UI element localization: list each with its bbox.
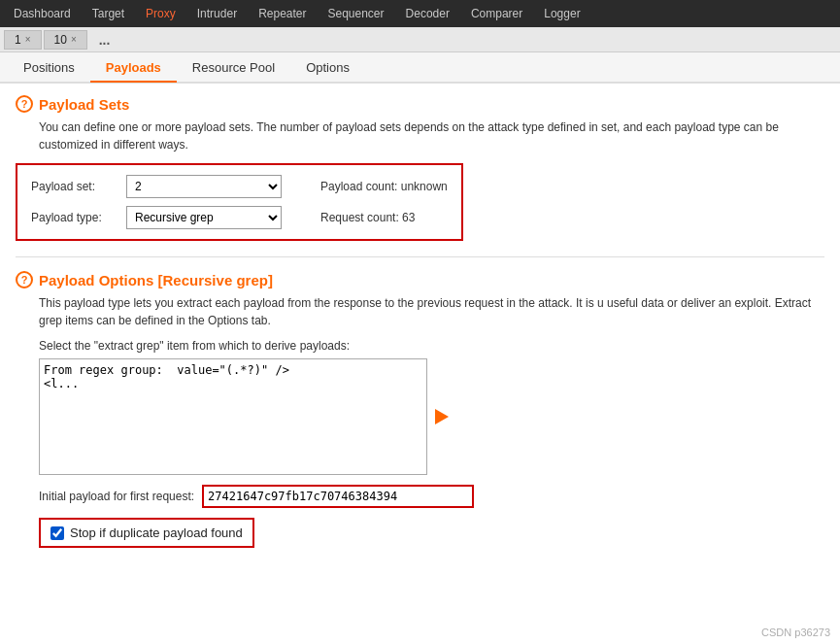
payload-type-row: Payload type: Recursive grep Simple list… (31, 206, 282, 229)
request-count-row: Request count: 63 (320, 206, 448, 229)
tab-resource-pool[interactable]: Resource Pool (177, 54, 290, 83)
regex-textarea[interactable]: From regex group: value="(.*?)" /> <l... (39, 358, 427, 475)
initial-payload-label: Initial payload for first request: (39, 490, 194, 503)
payload-count-row: Payload count: unknown (320, 175, 448, 198)
tab-more[interactable]: ... (89, 30, 120, 50)
nav-decoder[interactable]: Decoder (396, 0, 459, 27)
top-navigation: Dashboard Target Proxy Intruder Repeater… (0, 0, 840, 27)
nav-sequencer[interactable]: Sequencer (319, 0, 394, 27)
tab-10-close[interactable]: × (71, 34, 77, 45)
extract-label: Select the "extract grep" item from whic… (16, 339, 824, 353)
sub-tab-bar: Positions Payloads Resource Pool Options (0, 52, 840, 84)
nav-proxy[interactable]: Proxy (136, 0, 185, 27)
watermark: CSDN p36273 (761, 627, 830, 638)
nav-intruder[interactable]: Intruder (187, 0, 247, 27)
section-divider (16, 256, 824, 257)
tab-1-close[interactable]: × (25, 34, 31, 45)
stop-duplicate-checkbox[interactable] (50, 526, 64, 540)
payload-set-select[interactable]: 2 1 3 (126, 175, 282, 198)
tab-1[interactable]: 1 × (4, 30, 42, 50)
payload-type-label: Payload type: (31, 211, 118, 224)
initial-payload-input[interactable] (202, 485, 474, 508)
payload-count-value: Payload count: unknown (320, 180, 448, 193)
payload-options-description: This payload type lets you extract each … (16, 294, 824, 329)
nav-target[interactable]: Target (83, 0, 134, 27)
payload-options-header: ? Payload Options [Recursive grep] (16, 271, 824, 288)
nav-repeater[interactable]: Repeater (249, 0, 316, 27)
nav-comparer[interactable]: Comparer (461, 0, 532, 27)
payload-type-select[interactable]: Recursive grep Simple list Runtime file … (126, 206, 282, 229)
tab-payloads[interactable]: Payloads (90, 54, 177, 83)
payload-sets-help[interactable]: ? (16, 95, 33, 113)
payload-options-title: Payload Options [Recursive grep] (39, 272, 273, 288)
regex-arrow-button[interactable] (435, 409, 449, 424)
tab-options[interactable]: Options (290, 54, 365, 83)
regex-arrow-container (427, 358, 456, 475)
payload-sets-header: ? Payload Sets (16, 95, 824, 113)
payload-options-help[interactable]: ? (16, 271, 33, 288)
payload-set-row: Payload set: 2 1 3 (31, 175, 282, 198)
payload-config-box: Payload set: 2 1 3 Payload count: unknow… (16, 163, 463, 241)
main-content: ? Payload Sets You can define one or mor… (0, 84, 840, 644)
payload-sets-description: You can define one or more payload sets.… (16, 119, 824, 153)
tab-bar: 1 × 10 × ... (0, 27, 840, 52)
tab-10[interactable]: 10 × (44, 30, 87, 50)
request-count-value: Request count: 63 (320, 211, 415, 224)
payload-set-label: Payload set: (31, 180, 118, 193)
stop-duplicate-label: Stop if duplicate payload found (70, 525, 243, 540)
initial-payload-row: Initial payload for first request: (39, 485, 824, 508)
stop-duplicate-row: Stop if duplicate payload found (39, 518, 254, 548)
nav-logger[interactable]: Logger (534, 0, 589, 27)
nav-dashboard[interactable]: Dashboard (4, 0, 81, 27)
payload-sets-title: Payload Sets (39, 96, 129, 113)
tab-positions[interactable]: Positions (8, 54, 90, 83)
regex-container: From regex group: value="(.*?)" /> <l... (39, 358, 824, 475)
